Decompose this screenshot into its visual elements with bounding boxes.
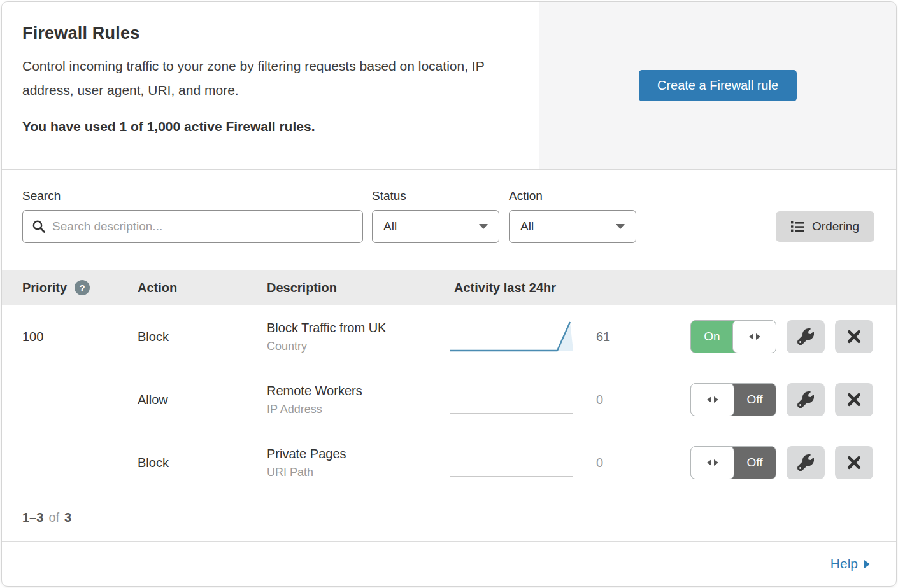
chevron-down-icon	[616, 224, 625, 229]
x-icon	[846, 455, 862, 470]
toggle-state-label: Off	[734, 384, 776, 416]
rule-type: Country	[267, 340, 448, 353]
toggle-state-label: Off	[734, 447, 776, 479]
pagination-total: 3	[64, 510, 71, 525]
toggle-state-label: On	[691, 321, 733, 353]
ordering-button-label: Ordering	[812, 220, 859, 234]
delete-rule-button[interactable]	[835, 383, 873, 416]
search-icon	[32, 220, 46, 234]
x-icon	[846, 329, 862, 344]
page-title: Firewall Rules	[22, 24, 513, 43]
usage-note: You have used 1 of 1,000 active Firewall…	[22, 119, 513, 134]
action-label: Action	[509, 189, 636, 203]
status-label: Status	[372, 189, 499, 203]
description-cell: Private Pages URI Path	[267, 447, 448, 479]
activity-count: 0	[596, 393, 603, 407]
search-input[interactable]	[52, 220, 353, 234]
table-row: Allow Remote Workers IP Address 0 Off	[2, 368, 896, 431]
toggle-handle-icon	[732, 320, 776, 353]
action-value: Block	[138, 456, 267, 470]
help-link-label: Help	[830, 556, 858, 571]
activity-count: 61	[596, 330, 610, 344]
pagination-range: 1–3	[22, 510, 43, 525]
firewall-rules-panel: Firewall Rules Control incoming traffic …	[1, 1, 897, 587]
activity-sparkline	[448, 444, 578, 481]
status-select[interactable]: All	[372, 210, 499, 243]
rule-description: Remote Workers	[267, 384, 448, 398]
wrench-icon	[797, 391, 814, 408]
filter-bar: Search Status All Action All	[2, 170, 896, 270]
arrow-right-icon	[864, 559, 871, 569]
table-row: 100 Block Block Traffic from UK Country …	[2, 305, 896, 368]
activity-count: 0	[596, 456, 603, 470]
search-input-container	[22, 210, 363, 243]
column-header-action: Action	[138, 281, 267, 295]
rule-type: URI Path	[267, 466, 448, 479]
action-filter: Action All	[509, 189, 636, 243]
chevron-down-icon	[479, 224, 488, 229]
activity-sparkline	[448, 381, 578, 418]
help-question-icon[interactable]: ?	[75, 280, 90, 295]
activity-cell: 0	[448, 444, 690, 481]
delete-rule-button[interactable]	[835, 446, 873, 479]
hero-text-block: Firewall Rules Control incoming traffic …	[2, 2, 539, 169]
rule-description: Block Traffic from UK	[267, 321, 448, 335]
activity-cell: 0	[448, 381, 690, 418]
status-filter: Status All	[372, 189, 499, 243]
pagination-of-label: of	[48, 510, 59, 525]
edit-rule-button[interactable]	[787, 383, 825, 416]
ordered-list-icon	[791, 220, 804, 233]
x-icon	[846, 392, 862, 407]
description-cell: Remote Workers IP Address	[267, 384, 448, 416]
wrench-icon	[797, 328, 814, 345]
ordering-button[interactable]: Ordering	[776, 211, 874, 242]
status-select-value: All	[383, 220, 397, 234]
edit-rule-button[interactable]	[787, 446, 825, 479]
search-filter: Search	[22, 189, 363, 243]
wrench-icon	[797, 454, 814, 471]
hero-section: Firewall Rules Control incoming traffic …	[2, 2, 896, 170]
rule-enabled-toggle[interactable]: On	[690, 320, 776, 353]
page-description: Control incoming traffic to your zone by…	[22, 54, 510, 102]
edit-rule-button[interactable]	[787, 320, 825, 353]
column-header-description: Description	[267, 281, 448, 295]
toggle-handle-icon	[690, 446, 734, 479]
action-value: Allow	[138, 393, 267, 407]
rule-enabled-toggle[interactable]: Off	[690, 446, 776, 479]
rule-description: Private Pages	[267, 447, 448, 461]
help-bar: Help	[2, 541, 896, 586]
row-controls: Off	[690, 446, 873, 479]
hero-action-panel: Create a Firewall rule	[539, 2, 896, 169]
help-link[interactable]: Help	[830, 556, 871, 571]
create-firewall-rule-button[interactable]: Create a Firewall rule	[639, 70, 797, 101]
description-cell: Block Traffic from UK Country	[267, 321, 448, 353]
column-header-activity: Activity last 24hr	[448, 281, 896, 295]
action-select[interactable]: All	[509, 210, 636, 243]
search-label: Search	[22, 189, 363, 203]
pagination-bar: 1–3 of 3	[2, 494, 896, 541]
priority-value: 100	[22, 330, 138, 344]
action-select-value: All	[520, 220, 534, 234]
toggle-handle-icon	[690, 383, 734, 416]
rule-enabled-toggle[interactable]: Off	[690, 383, 776, 416]
table-row: Block Private Pages URI Path 0 Off	[2, 431, 896, 494]
activity-sparkline	[448, 318, 578, 355]
row-controls: On	[690, 320, 873, 353]
table-header: Priority ? Action Description Activity l…	[2, 270, 896, 305]
column-header-priority: Priority ?	[22, 280, 138, 295]
delete-rule-button[interactable]	[835, 320, 873, 353]
activity-cell: 61	[448, 318, 690, 355]
rule-type: IP Address	[267, 403, 448, 416]
row-controls: Off	[690, 383, 873, 416]
action-value: Block	[138, 330, 267, 344]
